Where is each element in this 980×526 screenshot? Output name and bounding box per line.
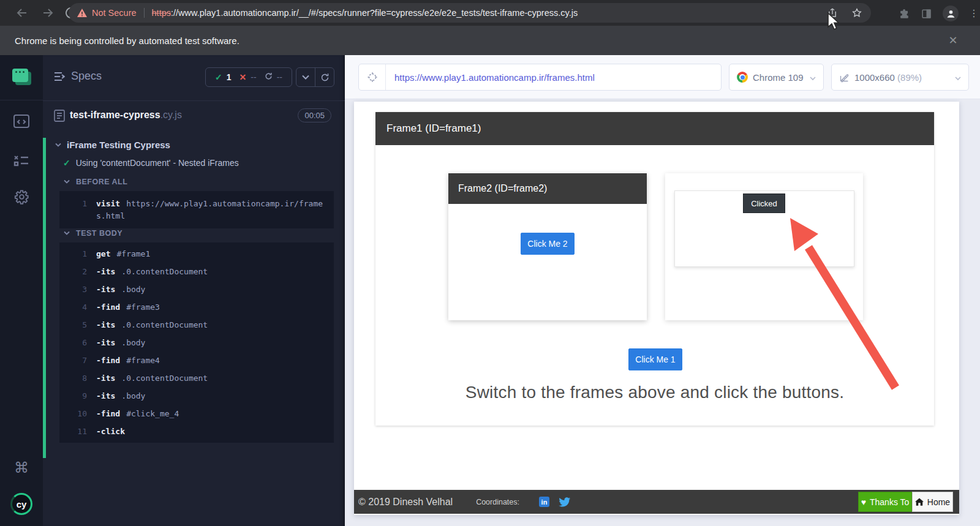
browser-toolbar: Not Secure https://www.play1.automationc… [0,0,980,26]
passed-check-icon: ✓ [215,72,222,82]
collapse-chevron-icon[interactable] [296,68,315,86]
aut-url-bar[interactable]: https://www.play1.automationcamp.ir/fram… [358,64,722,91]
failed-x-icon: ✕ [239,72,247,82]
passed-count: 1 [227,72,232,82]
command-row[interactable]: 4-find#frame3 [59,298,334,316]
command-args: .body [121,285,145,294]
hook-before-all[interactable]: BEFORE ALL [64,178,127,186]
back-icon[interactable] [15,6,29,20]
aut-viewport-page: Frame1 (ID=frame1) Frame2 (ID=frame2) Cl… [354,102,959,515]
instructions-text: Switch to the frames above and click the… [375,383,934,402]
rerun-icon[interactable] [315,68,334,86]
banner-close-icon[interactable]: ✕ [947,34,959,47]
command-log-before-all: 1visithttps://www.play1.automationcamp.i… [59,191,334,228]
spec-file-row[interactable]: test-iframe-cypress.cy.js 00:05 [43,101,345,132]
command-number: 11 [59,426,87,438]
command-row[interactable]: 10-find#click_me_4 [59,405,334,423]
failed-count: -- [251,72,256,82]
command-number: 3 [59,284,87,296]
click-me-1-button[interactable]: Click Me 1 [628,348,682,370]
click-me-2-button[interactable]: Click Me 2 [521,233,575,255]
frame2-header: Frame2 (ID=frame2) [448,173,647,204]
command-row[interactable]: 6-its.body [59,334,334,351]
frame2-container: Frame2 (ID=frame2) Click Me 2 [448,173,647,320]
pending-count: -- [277,72,282,82]
ruler-icon [839,72,850,83]
command-row[interactable]: 9-its.body [59,387,334,405]
viewport-selector[interactable]: 1000x660 (89%) [831,64,969,91]
command-method: -find [96,356,120,365]
command-number: 7 [59,355,87,367]
command-row[interactable]: 2-its.0.contentDocument [59,263,334,280]
profile-avatar[interactable] [943,6,959,21]
chrome-logo-icon [737,72,748,83]
command-row[interactable]: 3-its.body [59,280,334,298]
command-method: visit [96,199,120,208]
cypress-logo[interactable]: cy [10,493,32,515]
page-url[interactable]: https://www.play1.automationcamp.ir/__/#… [152,8,820,18]
command-args: #frame3 [126,302,160,312]
command-method: -click [96,427,125,436]
spec-duration: 00:05 [298,108,331,122]
keyboard-shortcuts-icon[interactable]: ⌘ [0,459,43,476]
linkedin-icon[interactable]: in [539,497,549,507]
specs-nav-icon[interactable] [0,114,43,131]
screen: Not Secure https://www.play1.automationc… [0,0,980,526]
command-method: -find [96,302,120,312]
aut-toolbar: https://www.play1.automationcamp.ir/fram… [345,55,980,99]
command-method: -find [96,409,120,418]
extensions-icon[interactable] [899,8,910,20]
clicked-button[interactable]: Clicked [743,193,785,213]
command-row[interactable]: 1visithttps://www.play1.automationcamp.i… [59,195,334,225]
command-row[interactable]: 1get#frame1 [59,245,334,263]
frame4-container: Clicked [674,190,854,267]
cypress-sidebar: ⌘ cy [0,55,43,526]
test-stats: ✓ 1 ✕ -- -- [205,67,292,87]
pending-restart-icon [265,72,273,82]
command-args: #frame1 [116,249,150,258]
automation-banner: Chrome is being controlled by automated … [0,26,980,55]
security-indicator[interactable]: Not Secure [92,8,137,18]
coordinates-label: Coordinates: [476,498,519,506]
home-button[interactable]: Home [912,492,953,512]
suite-row[interactable]: iFrame Testing Cypress [55,140,170,150]
bookmark-star-icon[interactable] [851,7,862,18]
share-icon[interactable] [827,7,838,18]
hook-test-body[interactable]: TEST BODY [64,229,123,238]
command-method: get [96,249,110,258]
command-row[interactable]: 11-click [59,423,334,440]
twitter-icon[interactable] [559,497,570,507]
menu-dots-icon[interactable]: ⋮ [969,12,975,15]
chevron-down-icon [955,72,961,83]
command-args: .0.contentDocument [121,320,208,329]
heart-icon: ♥ [861,497,866,507]
test-row[interactable]: ✓ Using 'contentDocument' - Nested iFram… [63,158,239,168]
spec-file-icon [54,110,65,124]
aut-url[interactable]: https://www.play1.automationcamp.ir/fram… [394,72,595,83]
command-method: -its [96,320,115,329]
specs-list-icon [54,72,65,81]
command-args: .body [121,391,145,400]
chevron-down-icon [64,230,70,236]
selector-playground-icon[interactable] [359,64,386,90]
side-panel-icon[interactable] [921,8,932,20]
command-number: 10 [59,408,87,420]
specs-header[interactable]: Specs [54,70,102,83]
command-row[interactable]: 5-its.0.contentDocument [59,316,334,334]
cypress-app-icon[interactable] [0,69,43,88]
home-icon [915,498,924,506]
command-row[interactable]: 8-its.0.contentDocument [59,369,334,387]
command-log-test-body: 1get#frame12-its.0.contentDocument3-its.… [59,242,334,443]
browser-selector[interactable]: Chrome 109 [729,64,824,91]
warning-icon [77,9,87,17]
command-number: 1 [59,198,87,222]
settings-gear-icon[interactable] [0,189,43,208]
command-row[interactable]: 7-find#frame4 [59,351,334,369]
address-bar[interactable]: Not Secure https://www.play1.automationc… [69,3,871,23]
chevron-down-icon [810,72,816,83]
pass-indicator-bar [43,138,46,458]
runs-checklist-icon[interactable] [0,153,43,170]
forward-icon[interactable] [40,6,55,20]
command-args: .0.contentDocument [121,267,208,276]
thanks-to-button[interactable]: ♥Thanks To [858,492,912,512]
